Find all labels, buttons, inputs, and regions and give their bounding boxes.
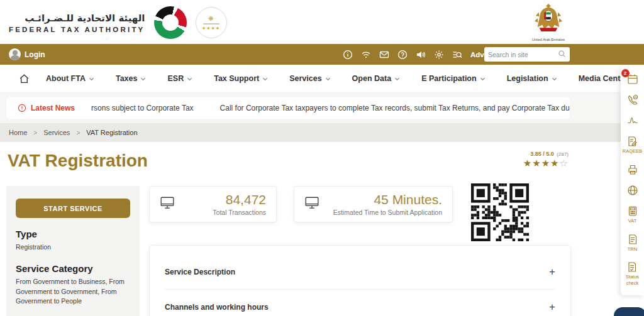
login-button[interactable]: Login [9, 48, 45, 60]
ticker-item: Call for Corporate Tax taxpayers to comp… [220, 104, 570, 112]
mail-icon[interactable] [379, 50, 389, 60]
nav-item-services[interactable]: Services [289, 74, 330, 83]
nav-item-about-fta[interactable]: About FTA [46, 74, 94, 83]
info-icon[interactable] [343, 50, 353, 60]
advanced-search-icon[interactable] [452, 50, 462, 60]
service-accordion: Service Description + Channels and worki… [149, 245, 571, 316]
type-heading: Type [16, 229, 130, 239]
print-button[interactable] [627, 164, 638, 175]
globe-icon [627, 185, 638, 196]
document-check-icon [627, 234, 638, 245]
expand-plus-icon[interactable]: + [549, 266, 555, 278]
nav-item-open-data[interactable]: Open Data [352, 74, 401, 83]
page: الهيئة الاتحادية للـضـرائـب FEDERAL TAX … [0, 0, 644, 316]
fta-logo-text: الهيئة الاتحادية للـضـرائـب FEDERAL TAX … [9, 13, 145, 33]
rating-stars[interactable]: ★★★★☆ [468, 158, 569, 169]
badge-text-line [203, 23, 219, 25]
uae-falcon-icon [534, 3, 563, 34]
vat-calculator-button[interactable]: VAT [627, 205, 638, 224]
phone-contact-icon [627, 94, 638, 106]
accessibility-wifi-icon[interactable] [361, 50, 371, 60]
settings-gear-icon[interactable] [434, 50, 444, 60]
service-info-panel: START SERVICE Type Registration Service … [6, 186, 140, 316]
accordion-service-description[interactable]: Service Description + [165, 254, 555, 290]
alert-icon [18, 104, 26, 112]
title-row: VAT Registration 3.85 / 5.0 (287) ★★★★☆ [0, 142, 644, 182]
signature-icon [627, 115, 638, 126]
news-ticker: Latest News rsons subject to Corporate T… [6, 97, 570, 119]
chevron-down-icon [187, 76, 192, 82]
monitor-icon [304, 195, 319, 213]
type-value: Registration [16, 242, 130, 253]
stat-label: Total Transactions [175, 209, 266, 216]
uae-emblem[interactable]: United Arab Emirates [531, 3, 565, 41]
ticker-items: rsons subject to Corporate Tax Call for … [91, 104, 570, 112]
accordion-channels-hours[interactable]: Channels and working hours + [165, 290, 555, 316]
start-service-button[interactable]: START SERVICE [16, 199, 130, 218]
stat-value: 45 Minutes. [319, 192, 442, 207]
category-heading: Service Category [16, 263, 130, 274]
breadcrumb-services[interactable]: Services [43, 129, 70, 136]
stat-label: Estimated Time to Submit Application [319, 209, 442, 216]
breadcrumb-separator: > [33, 129, 37, 136]
notification-badge: 2 [621, 69, 630, 77]
stat-card-transactions: 84,472 Total Transactions [149, 186, 277, 222]
fta-arabic-name: الهيئة الاتحادية للـضـرائـب [9, 13, 145, 24]
main-content: START SERVICE Type Registration Service … [0, 182, 644, 316]
page-title: VAT Registration [8, 151, 148, 171]
contact-us-button[interactable] [627, 94, 638, 106]
breadcrumb-separator: > [76, 129, 80, 136]
nav-item-taxes[interactable]: Taxes [116, 74, 147, 83]
chevron-down-icon [325, 76, 331, 82]
home-icon[interactable] [19, 74, 30, 84]
status-check-button[interactable]: Statuscheck [626, 261, 639, 286]
chevron-down-icon [262, 76, 268, 82]
side-toolbar: 2 RAQEEB VAT TRN Statuscheck [621, 66, 644, 295]
document-edit-icon [626, 136, 638, 147]
raqeeb-button[interactable]: RAQEEB [623, 136, 642, 155]
signature-button[interactable] [627, 115, 638, 126]
badge-stars: ★★★★ [202, 26, 220, 30]
nav-item-esr[interactable]: ESR [167, 74, 192, 83]
ticker-item: rsons subject to Corporate Tax [91, 104, 194, 112]
search-input[interactable] [488, 51, 555, 58]
stat-value: 84,472 [175, 192, 266, 207]
happiness-calendar-button[interactable]: 2 [627, 74, 638, 85]
login-label: Login [25, 50, 45, 59]
document-status-icon [626, 261, 638, 273]
category-value: From Government to Business, From Govern… [16, 277, 130, 307]
chat-widget-button[interactable] [614, 307, 644, 316]
chevron-down-icon [394, 76, 400, 82]
chevron-down-icon [89, 76, 94, 82]
calculator-icon [627, 205, 638, 217]
rating-count: (287) [557, 151, 569, 157]
monitor-icon [160, 195, 175, 213]
badge-flake-icon: ❋ [208, 16, 213, 22]
chevron-down-icon [480, 76, 486, 82]
breadcrumb-home[interactable]: Home [9, 129, 27, 136]
trn-check-button[interactable]: TRN [627, 234, 638, 253]
stat-card-time: 45 Minutes. Estimated Time to Submit App… [294, 186, 453, 222]
four-star-badge: ❋ ★★★★ [196, 7, 227, 38]
latest-news-label: Latest News [18, 104, 75, 112]
utility-bar: Login Advanced Search [0, 44, 644, 65]
nav-item-tax-support[interactable]: Tax Support [214, 74, 268, 83]
search-magnifier-icon[interactable] [558, 49, 566, 60]
language-globe-button[interactable] [627, 185, 638, 196]
fta-brandmark-icon [154, 6, 187, 39]
chevron-down-icon [140, 76, 146, 82]
rating-value: 3.85 / 5.0 [530, 151, 554, 157]
qr-code [471, 183, 529, 241]
breadcrumb-current: VAT Registration [86, 129, 137, 136]
uae-emblem-caption: United Arab Emirates [531, 38, 565, 41]
nav-item-legislation[interactable]: Legislation [507, 74, 557, 83]
fta-logo[interactable]: الهيئة الاتحادية للـضـرائـب FEDERAL TAX … [9, 6, 227, 39]
site-search [484, 47, 570, 62]
printer-icon [627, 164, 638, 175]
chevron-down-icon [552, 76, 557, 82]
help-icon[interactable] [397, 50, 408, 60]
text-to-speech-icon[interactable] [416, 50, 426, 60]
news-ticker-band: Latest News rsons subject to Corporate T… [0, 93, 644, 123]
expand-plus-icon[interactable]: + [549, 301, 555, 313]
nav-item-e-participation[interactable]: E Participation [421, 74, 486, 83]
